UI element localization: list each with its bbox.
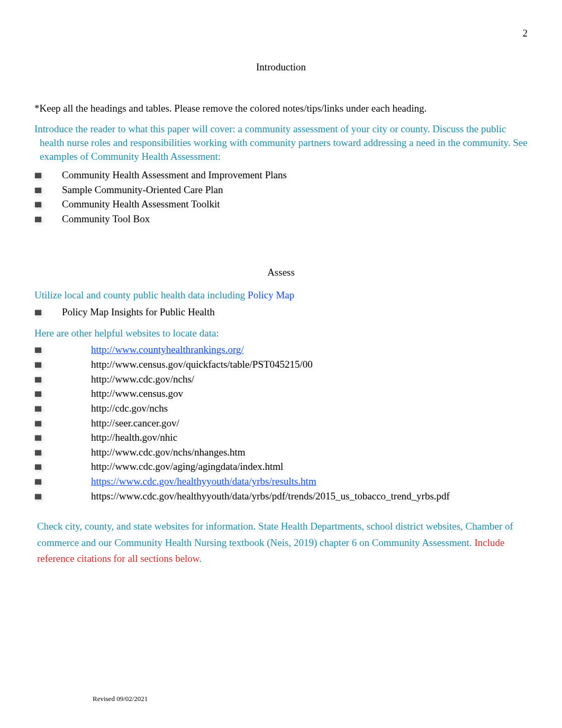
list-item: ⯀http://cdc.gov/nchs bbox=[34, 402, 528, 415]
closing-paragraph: Check city, county, and state websites f… bbox=[37, 518, 528, 567]
bullet-icon: ⯀ bbox=[34, 433, 62, 443]
intro-bullet-list: ⯀Community Health Assessment and Improve… bbox=[34, 168, 528, 226]
policy-map-link[interactable]: Policy Map bbox=[245, 289, 294, 301]
bullet-icon: ⯀ bbox=[34, 307, 62, 318]
list-item: ⯀http://www.cdc.gov/nchs/nhanges.htm bbox=[34, 445, 528, 459]
closing-teal: Check city, county, and state websites f… bbox=[37, 521, 513, 548]
assess-lead-text: Utilize local and county public health d… bbox=[34, 289, 245, 301]
link-health-nhic[interactable]: http://health.gov/nhic bbox=[62, 431, 177, 444]
list-item: ⯀Policy Map Insights for Public Health bbox=[34, 305, 528, 319]
heading-assess: Assess bbox=[34, 266, 528, 279]
bullet-icon: ⯀ bbox=[34, 375, 62, 385]
list-item: ⯀Community Health Assessment Toolkit bbox=[34, 197, 528, 211]
list-item: ⯀https://www.cdc.gov/healthyyouth/data/y… bbox=[34, 489, 528, 503]
bullet-icon: ⯀ bbox=[34, 492, 62, 502]
list-item: ⯀http://www.cdc.gov/aging/agingdata/inde… bbox=[34, 460, 528, 474]
bullet-icon: ⯀ bbox=[34, 477, 62, 487]
link-countyhealthrankings[interactable]: http://www.countyhealthrankings.org/ bbox=[62, 343, 244, 357]
link-census[interactable]: http://www.census.gov bbox=[62, 387, 183, 401]
footer-revised: Revised 09/02/2021 bbox=[93, 694, 148, 704]
list-item-label: Community Tool Box bbox=[62, 212, 150, 226]
list-item: ⯀http://www.cdc.gov/nchs/ bbox=[34, 372, 528, 386]
list-item: ⯀Community Health Assessment and Improve… bbox=[34, 168, 528, 182]
list-item: ⯀https://www.cdc.gov/healthyyouth/data/y… bbox=[34, 475, 528, 488]
assess-lead: Utilize local and county public health d… bbox=[34, 288, 528, 302]
bullet-icon: ⯀ bbox=[34, 185, 62, 196]
list-item: ⯀http://www.census.gov bbox=[34, 387, 528, 401]
bullet-icon: ⯀ bbox=[34, 170, 62, 181]
bullet-icon: ⯀ bbox=[34, 389, 62, 399]
list-item-label: Community Health Assessment and Improvem… bbox=[62, 168, 287, 182]
list-item-label: Community Health Assessment Toolkit bbox=[62, 197, 220, 211]
closing-dot: . bbox=[199, 553, 202, 564]
bullet-icon: ⯀ bbox=[34, 418, 62, 429]
bullet-icon: ⯀ bbox=[34, 404, 62, 414]
heading-introduction: Introduction bbox=[34, 60, 528, 74]
bullet-icon: ⯀ bbox=[34, 214, 62, 225]
link-cdc-yrbs-pdf[interactable]: https://www.cdc.gov/healthyyouth/data/yr… bbox=[62, 489, 450, 503]
bullet-icon: ⯀ bbox=[34, 448, 62, 458]
list-item: ⯀http://seer.cancer.gov/ bbox=[34, 416, 528, 430]
list-item-label: Sample Community-Oriented Care Plan bbox=[62, 183, 223, 197]
bullet-icon: ⯀ bbox=[34, 462, 62, 472]
list-item: ⯀Community Tool Box bbox=[34, 212, 528, 226]
list-item: ⯀http://www.countyhealthrankings.org/ bbox=[34, 343, 528, 357]
link-cdc-nchs[interactable]: http://www.cdc.gov/nchs/ bbox=[62, 372, 194, 386]
intro-teal-note: Introduce the reader to what this paper … bbox=[34, 122, 528, 163]
helpful-websites-note: Here are other helpful websites to locat… bbox=[34, 326, 528, 340]
keep-headings-note: *Keep all the headings and tables. Pleas… bbox=[34, 102, 528, 115]
bullet-icon: ⯀ bbox=[34, 360, 62, 370]
link-cdc-aging[interactable]: http://www.cdc.gov/aging/agingdata/index… bbox=[62, 460, 283, 474]
policy-map-list: ⯀Policy Map Insights for Public Health bbox=[34, 305, 528, 319]
link-cdc-nchs-2[interactable]: http://cdc.gov/nchs bbox=[62, 402, 168, 415]
link-census-quickfacts[interactable]: http://www.census.gov/quickfacts/table/P… bbox=[62, 358, 313, 371]
bullet-icon: ⯀ bbox=[34, 345, 62, 356]
data-links-list: ⯀http://www.countyhealthrankings.org/ ⯀h… bbox=[34, 343, 528, 503]
link-seer-cancer[interactable]: http://seer.cancer.gov/ bbox=[62, 416, 179, 430]
list-item-label: Policy Map Insights for Public Health bbox=[62, 305, 215, 319]
link-cdc-nhanges[interactable]: http://www.cdc.gov/nchs/nhanges.htm bbox=[62, 445, 246, 459]
bullet-icon: ⯀ bbox=[34, 199, 62, 210]
list-item: ⯀http://www.census.gov/quickfacts/table/… bbox=[34, 358, 528, 371]
list-item: ⯀http://health.gov/nhic bbox=[34, 431, 528, 444]
page-number: 2 bbox=[523, 26, 528, 40]
list-item: ⯀Sample Community-Oriented Care Plan bbox=[34, 183, 528, 197]
link-cdc-yrbs-results[interactable]: https://www.cdc.gov/healthyyouth/data/yr… bbox=[62, 475, 316, 488]
